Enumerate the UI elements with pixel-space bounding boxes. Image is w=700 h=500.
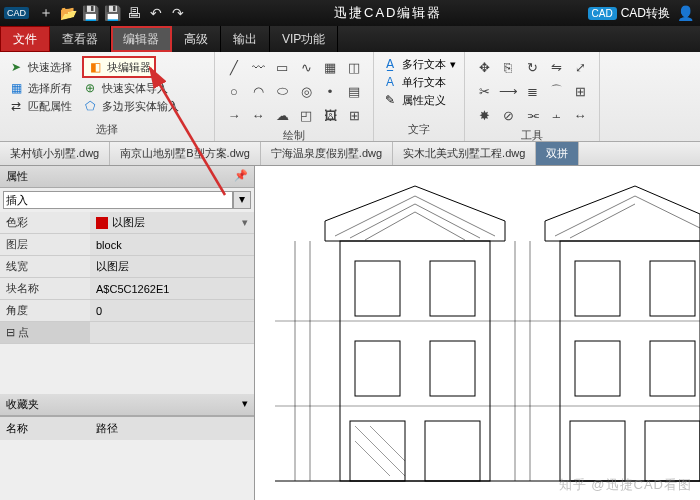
cad-badge: CAD <box>588 7 617 20</box>
select-all-button[interactable]: ▦选择所有 <box>8 80 72 96</box>
explode-tool[interactable]: ✸ <box>473 104 495 126</box>
svg-rect-24 <box>575 341 620 396</box>
print-icon[interactable]: 🖶 <box>125 4 143 22</box>
title-bar: CAD ＋ 📂 💾 💾 🖶 ↶ ↷ 迅捷CAD编辑器 CAD CAD转换 👤 <box>0 0 700 26</box>
file-tab[interactable]: 某村镇小别墅.dwg <box>0 142 110 165</box>
text-button[interactable]: A单行文本 <box>382 74 456 90</box>
rotate-tool[interactable]: ↻ <box>521 56 543 78</box>
image-tool[interactable]: 🖼 <box>319 104 341 126</box>
prop-lineweight[interactable]: 以图层 <box>90 256 254 277</box>
combo-dropdown-icon[interactable]: ▾ <box>233 191 251 209</box>
prop-group[interactable]: ⊟ 点 <box>0 322 90 343</box>
point-tool[interactable]: • <box>319 80 341 102</box>
scale-tool[interactable]: ⤢ <box>569 56 591 78</box>
svg-rect-13 <box>425 421 480 481</box>
panel-select: ➤快速选择 ◧块编辑器 ▦选择所有 ⊕快速实体导入 ⇄匹配属性 ⬠多边形实体输入… <box>0 52 215 141</box>
line-tool[interactable]: ╱ <box>223 56 245 78</box>
align-tool[interactable]: ⫠ <box>545 104 567 126</box>
table-tool[interactable]: ▤ <box>343 80 365 102</box>
svg-rect-8 <box>355 261 400 316</box>
prop-key: 色彩 <box>0 212 90 233</box>
mtext-button[interactable]: A̲多行文本▾ <box>382 56 456 72</box>
hatch-tool[interactable]: ▦ <box>319 56 341 78</box>
extend-tool[interactable]: ⟶ <box>497 80 519 102</box>
tab-viewer[interactable]: 查看器 <box>50 26 111 52</box>
tab-file[interactable]: 文件 <box>0 26 50 52</box>
file-tab[interactable]: 实木北美式别墅工程.dwg <box>393 142 536 165</box>
spline-tool[interactable]: ∿ <box>295 56 317 78</box>
tab-editor[interactable]: 编辑器 <box>111 26 172 52</box>
undo-icon[interactable]: ↶ <box>147 4 165 22</box>
attrdef-button[interactable]: ✎属性定义 <box>382 92 456 108</box>
svg-line-16 <box>370 426 405 461</box>
prop-angle[interactable]: 0 <box>90 300 254 321</box>
redo-icon[interactable]: ↷ <box>169 4 187 22</box>
polygon-input-button[interactable]: ⬠多边形实体输入 <box>82 98 179 114</box>
saveas-icon[interactable]: 💾 <box>103 4 121 22</box>
prop-color[interactable]: 以图层▾ <box>90 212 254 233</box>
pin-icon[interactable]: 📌 <box>234 169 248 184</box>
copy-tool[interactable]: ⎘ <box>497 56 519 78</box>
block-editor-button[interactable]: ◧块编辑器 <box>82 56 156 78</box>
svg-marker-17 <box>545 186 700 241</box>
array-tool[interactable]: ⊞ <box>569 80 591 102</box>
svg-rect-10 <box>355 341 400 396</box>
text-icon: A <box>382 74 398 90</box>
new-icon[interactable]: ＋ <box>37 4 55 22</box>
attr-icon: ✎ <box>382 92 398 108</box>
drawing-canvas[interactable]: 知乎 @迅捷CAD看图 <box>255 166 700 500</box>
join-tool[interactable]: ⫘ <box>521 104 543 126</box>
circle-tool[interactable]: ○ <box>223 80 245 102</box>
mirror-tool[interactable]: ⇋ <box>545 56 567 78</box>
rect-tool[interactable]: ▭ <box>271 56 293 78</box>
convert-button[interactable]: CAD转换 <box>621 5 670 22</box>
arc-tool[interactable]: ◠ <box>247 80 269 102</box>
menu-bar: 文件 查看器 编辑器 高级 输出 VIP功能 <box>0 26 700 52</box>
insert-combo[interactable] <box>3 191 233 209</box>
chevron-down-icon[interactable]: ▾ <box>242 397 248 412</box>
wipeout-tool[interactable]: ◰ <box>295 104 317 126</box>
file-tab[interactable]: 南京山地别墅B型方案.dwg <box>110 142 261 165</box>
chevron-down-icon[interactable]: ▾ <box>242 216 248 229</box>
prop-key: 图层 <box>0 234 90 255</box>
file-tab-active[interactable]: 双拼 <box>536 142 579 165</box>
svg-rect-23 <box>650 261 695 316</box>
region-tool[interactable]: ◫ <box>343 56 365 78</box>
favorites-header[interactable]: 收藏夹▾ <box>0 394 254 416</box>
file-tabs: 某村镇小别墅.dwg 南京山地别墅B型方案.dwg 宁海温泉度假别墅.dwg 实… <box>0 142 700 166</box>
tab-vip[interactable]: VIP功能 <box>270 26 338 52</box>
polyline-tool[interactable]: 〰 <box>247 56 269 78</box>
file-tab[interactable]: 宁海温泉度假别墅.dwg <box>261 142 393 165</box>
svg-rect-11 <box>430 341 475 396</box>
block-tool[interactable]: ⊞ <box>343 104 365 126</box>
donut-tool[interactable]: ◎ <box>295 80 317 102</box>
panel-draw: ╱〰▭∿▦◫ ○◠⬭◎•▤ →↔☁◰🖼⊞ 绘制 <box>215 52 374 141</box>
break-tool[interactable]: ⊘ <box>497 104 519 126</box>
ellipse-tool[interactable]: ⬭ <box>271 80 293 102</box>
xline-tool[interactable]: ↔ <box>247 104 269 126</box>
stretch-tool[interactable]: ↔ <box>569 104 591 126</box>
ray-tool[interactable]: → <box>223 104 245 126</box>
prop-key: 角度 <box>0 300 90 321</box>
watermark: 知乎 @迅捷CAD看图 <box>559 476 692 494</box>
tab-output[interactable]: 输出 <box>221 26 270 52</box>
svg-rect-22 <box>575 261 620 316</box>
svg-rect-27 <box>645 421 700 481</box>
quick-select-button[interactable]: ➤快速选择 <box>8 59 72 75</box>
prop-layer[interactable]: block <box>90 234 254 255</box>
trim-tool[interactable]: ✂ <box>473 80 495 102</box>
open-icon[interactable]: 📂 <box>59 4 77 22</box>
move-tool[interactable]: ✥ <box>473 56 495 78</box>
fillet-tool[interactable]: ⌒ <box>545 80 567 102</box>
panel-tools-title: 工具 <box>473 126 591 143</box>
match-props-button[interactable]: ⇄匹配属性 <box>8 98 72 114</box>
user-icon[interactable]: 👤 <box>676 4 694 22</box>
match-icon: ⇄ <box>8 98 24 114</box>
svg-rect-12 <box>350 421 405 481</box>
tab-advanced[interactable]: 高级 <box>172 26 221 52</box>
save-icon[interactable]: 💾 <box>81 4 99 22</box>
entity-import-button[interactable]: ⊕快速实体导入 <box>82 80 168 96</box>
color-swatch <box>96 217 108 229</box>
offset-tool[interactable]: ≣ <box>521 80 543 102</box>
cloud-tool[interactable]: ☁ <box>271 104 293 126</box>
